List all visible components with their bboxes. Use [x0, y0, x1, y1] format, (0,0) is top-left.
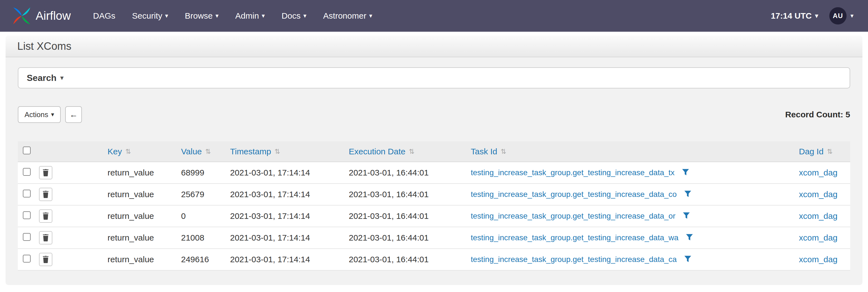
airflow-logo-icon [12, 6, 31, 25]
cell-value: 0 [177, 205, 226, 227]
row-checkbox[interactable] [23, 255, 31, 262]
sort-value-header[interactable]: Value⇅ [181, 147, 211, 156]
page-header: List XComs [6, 36, 862, 57]
cell-execution-date: 2021-03-01, 16:44:01 [344, 249, 466, 270]
dag-id-link[interactable]: xcom_dag [799, 168, 837, 177]
content-panel: List XComs Search ▾ Actions ▾ ← Record C… [6, 36, 862, 285]
actions-column-header [38, 141, 103, 162]
xcom-table-wrap: Key⇅ Value⇅ Timestamp⇅ Execution Date⇅ T… [18, 141, 850, 270]
back-button[interactable]: ← [65, 106, 82, 123]
delete-row-button[interactable] [39, 253, 52, 266]
sort-timestamp-header[interactable]: Timestamp⇅ [230, 147, 280, 156]
cell-timestamp: 2021-03-01, 17:14:14 [226, 227, 344, 249]
sort-icon: ⇅ [827, 148, 832, 155]
filter-icon[interactable] [683, 212, 690, 221]
delete-row-button[interactable] [39, 231, 52, 245]
nav-item-security[interactable]: Security ▾ [132, 11, 168, 21]
navbar: Airflow DAGs Security ▾ Browse ▾ Admin ▾… [0, 0, 868, 32]
caret-down-icon: ▾ [815, 13, 818, 19]
sort-key-header[interactable]: Key⇅ [107, 147, 131, 156]
user-menu[interactable]: AU ▾ [829, 7, 854, 25]
cell-value: 249616 [177, 249, 226, 270]
trash-icon [42, 234, 49, 242]
cell-timestamp: 2021-03-01, 17:14:14 [226, 162, 344, 184]
main-nav: DAGs Security ▾ Browse ▾ Admin ▾ Docs ▾ … [93, 11, 372, 21]
delete-row-button[interactable] [39, 188, 52, 201]
filter-icon[interactable] [682, 168, 689, 178]
sort-execution-date-header[interactable]: Execution Date⇅ [349, 147, 414, 156]
caret-down-icon: ▾ [369, 13, 372, 19]
sort-icon: ⇅ [125, 148, 131, 155]
filter-icon[interactable] [684, 255, 691, 264]
nav-item-admin[interactable]: Admin ▾ [236, 11, 265, 21]
caret-down-icon: ▾ [262, 13, 265, 19]
toolbar: Actions ▾ ← Record Count: 5 [18, 106, 850, 123]
dag-id-link[interactable]: xcom_dag [799, 211, 837, 221]
navbar-right: 17:14 UTC ▾ AU ▾ [771, 7, 854, 25]
task-id-link[interactable]: testing_increase_task_group.get_testing_… [471, 233, 679, 242]
actions-button[interactable]: Actions ▾ [18, 106, 61, 123]
cell-key: return_value [103, 249, 177, 270]
search-toggle[interactable]: Search ▾ [18, 67, 850, 88]
dag-id-link[interactable]: xcom_dag [799, 190, 837, 199]
cell-timestamp: 2021-03-01, 17:14:14 [226, 249, 344, 270]
sort-dag-id-header[interactable]: Dag Id⇅ [799, 147, 833, 156]
brand-label: Airflow [36, 9, 71, 23]
trash-icon [42, 256, 49, 263]
nav-item-browse[interactable]: Browse ▾ [185, 11, 218, 21]
cell-key: return_value [103, 184, 177, 205]
cell-timestamp: 2021-03-01, 17:14:14 [226, 205, 344, 227]
delete-row-button[interactable] [39, 209, 52, 223]
caret-down-icon: ▾ [165, 13, 168, 19]
nav-item-docs[interactable]: Docs ▾ [282, 11, 306, 21]
search-label: Search [27, 73, 57, 83]
timezone-dropdown[interactable]: 17:14 UTC ▾ [771, 11, 818, 21]
caret-down-icon: ▾ [850, 13, 854, 19]
table-row: return_value 249616 2021-03-01, 17:14:14… [18, 249, 850, 270]
cell-value: 68999 [177, 162, 226, 184]
nav-item-dags[interactable]: DAGs [93, 11, 115, 21]
row-checkbox[interactable] [23, 211, 31, 219]
sort-icon: ⇅ [409, 148, 414, 155]
brand-home-link[interactable]: Airflow [12, 6, 71, 25]
caret-down-icon: ▾ [51, 111, 54, 118]
cell-key: return_value [103, 227, 177, 249]
caret-down-icon: ▾ [303, 13, 306, 19]
trash-icon [42, 191, 49, 198]
task-id-link[interactable]: testing_increase_task_group.get_testing_… [471, 190, 677, 198]
row-checkbox[interactable] [23, 168, 31, 176]
filter-icon[interactable] [686, 233, 693, 243]
dag-id-link[interactable]: xcom_dag [799, 255, 837, 264]
sort-task-id-header[interactable]: Task Id⇅ [471, 147, 506, 156]
dag-id-link[interactable]: xcom_dag [799, 233, 837, 242]
sort-icon: ⇅ [501, 148, 506, 155]
task-id-link[interactable]: testing_increase_task_group.get_testing_… [471, 168, 675, 177]
select-all-checkbox[interactable] [23, 147, 31, 154]
cell-value: 25679 [177, 184, 226, 205]
cell-key: return_value [103, 205, 177, 227]
task-id-link[interactable]: testing_increase_task_group.get_testing_… [471, 255, 677, 264]
filter-icon[interactable] [684, 190, 691, 199]
cell-execution-date: 2021-03-01, 16:44:01 [344, 184, 466, 205]
cell-timestamp: 2021-03-01, 17:14:14 [226, 184, 344, 205]
trash-icon [42, 213, 49, 220]
table-row: return_value 25679 2021-03-01, 17:14:14 … [18, 184, 850, 205]
cell-execution-date: 2021-03-01, 16:44:01 [344, 227, 466, 249]
cell-execution-date: 2021-03-01, 16:44:01 [344, 162, 466, 184]
row-checkbox[interactable] [23, 233, 31, 241]
cell-value: 21008 [177, 227, 226, 249]
cell-execution-date: 2021-03-01, 16:44:01 [344, 205, 466, 227]
page-title: List XComs [17, 40, 71, 52]
caret-down-icon: ▾ [60, 75, 63, 81]
table-row: return_value 0 2021-03-01, 17:14:14 2021… [18, 205, 850, 227]
back-arrow-icon: ← [69, 110, 78, 119]
delete-row-button[interactable] [39, 166, 52, 179]
xcom-table: Key⇅ Value⇅ Timestamp⇅ Execution Date⇅ T… [18, 141, 850, 270]
task-id-link[interactable]: testing_increase_task_group.get_testing_… [471, 212, 676, 220]
row-checkbox[interactable] [23, 190, 31, 197]
table-row: return_value 21008 2021-03-01, 17:14:14 … [18, 227, 850, 249]
caret-down-icon: ▾ [216, 13, 219, 19]
nav-item-astronomer[interactable]: Astronomer ▾ [323, 11, 372, 21]
table-row: return_value 68999 2021-03-01, 17:14:14 … [18, 162, 850, 184]
trash-icon [42, 169, 49, 176]
